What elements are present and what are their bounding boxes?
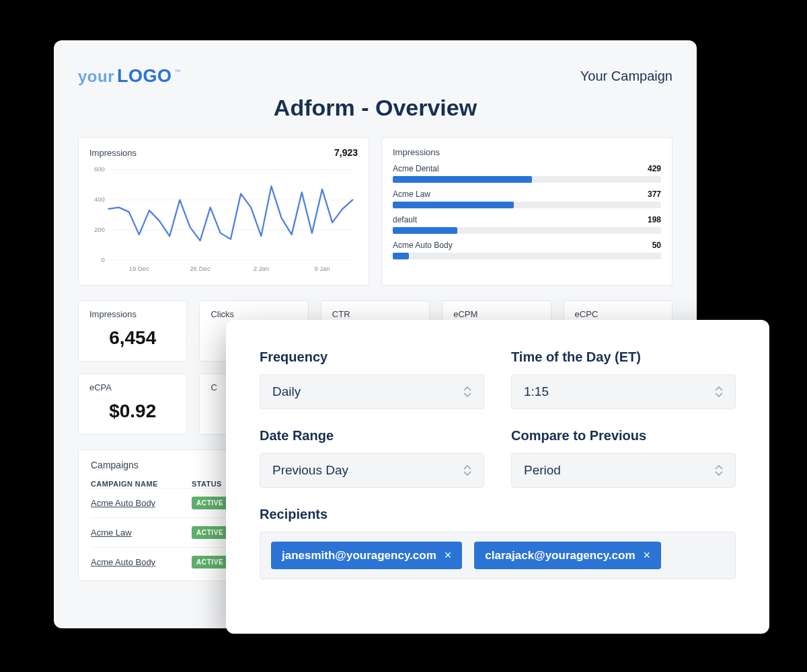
recipient-chip[interactable]: clarajack@youragency.com× [474, 542, 661, 569]
kpi-label: Clicks [210, 309, 297, 319]
svg-text:9 Jan: 9 Jan [314, 265, 330, 272]
impressions-bars-card: Impressions Acme Dental429Acme Law377def… [381, 137, 672, 286]
recipient-email: clarajack@youragency.com [485, 549, 635, 562]
bar-label: default [393, 215, 417, 224]
bar-value: 198 [648, 215, 661, 224]
campaign-name[interactable]: Acme Law [91, 528, 165, 538]
svg-text:200: 200 [94, 226, 105, 233]
campaign-link[interactable]: Your Campaign [580, 69, 672, 84]
remove-icon[interactable]: × [445, 548, 452, 562]
logo: your LOGO ™ [78, 66, 181, 87]
bar-track [393, 176, 661, 183]
kpi-value: $0.92 [89, 401, 176, 422]
svg-text:600: 600 [94, 165, 105, 173]
logo-text-your: your [78, 67, 114, 86]
kpi-label: eCPC [575, 309, 661, 319]
impressions-bar-row: default198 [393, 215, 661, 234]
compare-value: Period [524, 463, 561, 478]
compare-select[interactable]: Period [511, 453, 736, 488]
kpi-label: Impressions [89, 309, 176, 319]
kpi-label: CTR [332, 309, 418, 319]
bar-label: Acme Auto Body [393, 241, 453, 250]
impressions-line-card: Impressions 7,923 0200400600 19 Dec26 De… [78, 137, 369, 286]
stepper-icon [715, 386, 723, 397]
bar-value: 377 [648, 190, 661, 199]
svg-text:2 Jan: 2 Jan [254, 265, 269, 272]
kpi-card: Impressions6,454 [78, 300, 187, 362]
time-field: Time of the Day (ET) 1:15 [511, 349, 736, 409]
bar-label: Acme Dental [393, 164, 439, 173]
time-label: Time of the Day (ET) [511, 349, 736, 365]
schedule-panel: Frequency Daily Time of the Day (ET) 1:1… [226, 320, 769, 634]
campaign-name[interactable]: Acme Auto Body [91, 557, 165, 567]
impressions-bar-row: Acme Law377 [393, 190, 661, 208]
impressions-bars-label: Impressions [393, 147, 440, 157]
logo-tm: ™ [175, 69, 181, 75]
stepper-icon [715, 465, 723, 476]
impressions-line-label: Impressions [89, 148, 137, 158]
recipient-chip[interactable]: janesmith@youragency.com× [271, 542, 462, 569]
kpi-label: eCPM [453, 309, 539, 319]
campaign-name[interactable]: Acme Auto Body [91, 498, 165, 508]
svg-text:400: 400 [94, 196, 105, 203]
bar-track [393, 253, 661, 259]
recipients-input[interactable]: janesmith@youragency.com×clarajack@youra… [260, 532, 736, 579]
recipients-label: Recipients [260, 507, 736, 522]
impressions-bar-row: Acme Dental429 [393, 164, 661, 183]
status-badge: ACTIVE [192, 497, 228, 509]
svg-text:0: 0 [102, 256, 105, 263]
frequency-field: Frequency Daily [260, 349, 484, 409]
status-badge: ACTIVE [192, 526, 228, 539]
svg-text:19 Dec: 19 Dec [129, 265, 149, 272]
bar-fill [393, 253, 409, 259]
frequency-select[interactable]: Daily [260, 374, 484, 409]
remove-icon[interactable]: × [644, 548, 651, 562]
frequency-value: Daily [272, 384, 301, 399]
kpi-label: eCPA [89, 382, 176, 392]
bar-fill [393, 176, 532, 183]
bar-value: 429 [648, 164, 661, 173]
campaigns-head-name: CAMPAIGN NAME [91, 480, 165, 488]
stepper-icon [463, 465, 471, 476]
page-title: Adform - Overview [78, 95, 672, 121]
campaigns-head-status: STATUS [192, 480, 222, 488]
logo-text-logo: LOGO [117, 66, 172, 87]
bar-fill [393, 202, 514, 208]
daterange-label: Date Range [260, 428, 484, 444]
kpi-card: eCPA$0.92 [78, 374, 187, 435]
stepper-icon [463, 386, 471, 397]
time-value: 1:15 [524, 384, 549, 399]
recipients-field: Recipients janesmith@youragency.com×clar… [260, 507, 736, 579]
kpi-value: 6,454 [89, 327, 176, 349]
daterange-select[interactable]: Previous Day [260, 453, 484, 488]
impressions-line-chart: 0200400600 19 Dec26 Dec2 Jan9 Jan [89, 165, 358, 276]
compare-label: Compare to Previous [511, 428, 736, 444]
svg-text:26 Dec: 26 Dec [190, 265, 210, 272]
compare-field: Compare to Previous Period [511, 428, 736, 488]
status-badge: ACTIVE [192, 556, 228, 569]
time-select[interactable]: 1:15 [511, 374, 736, 409]
daterange-field: Date Range Previous Day [260, 428, 484, 488]
impressions-line-value: 7,923 [334, 147, 358, 158]
recipient-email: janesmith@youragency.com [282, 549, 436, 562]
bar-fill [393, 227, 457, 234]
frequency-label: Frequency [260, 349, 484, 365]
daterange-value: Previous Day [272, 463, 348, 478]
dashboard-header: your LOGO ™ Your Campaign [78, 66, 672, 87]
impressions-bar-row: Acme Auto Body50 [393, 241, 661, 259]
bar-track [393, 227, 661, 234]
bar-label: Acme Law [393, 190, 430, 199]
bar-track [393, 202, 661, 208]
bar-value: 50 [652, 241, 661, 250]
